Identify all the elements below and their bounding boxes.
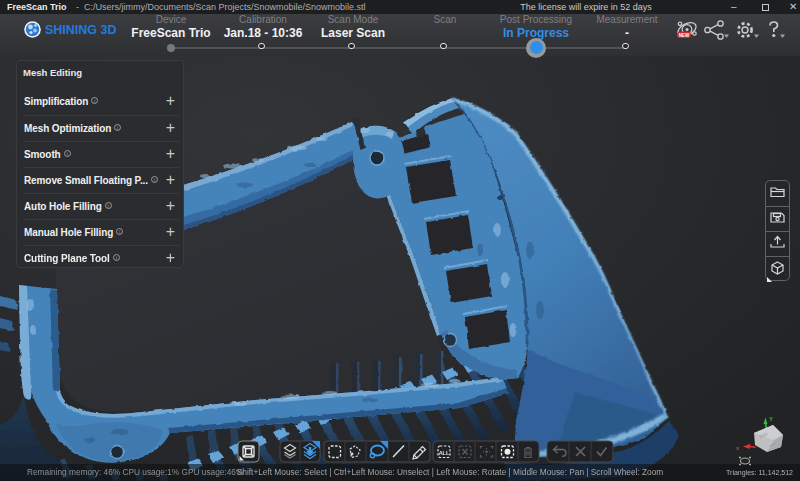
svg-text:NEW: NEW xyxy=(679,33,690,38)
svg-text:x: x xyxy=(736,445,740,451)
svg-text:ALL: ALL xyxy=(439,450,450,456)
svg-text:Y: Y xyxy=(769,416,773,422)
svg-text:SHINING 3D: SHINING 3D xyxy=(45,23,117,37)
